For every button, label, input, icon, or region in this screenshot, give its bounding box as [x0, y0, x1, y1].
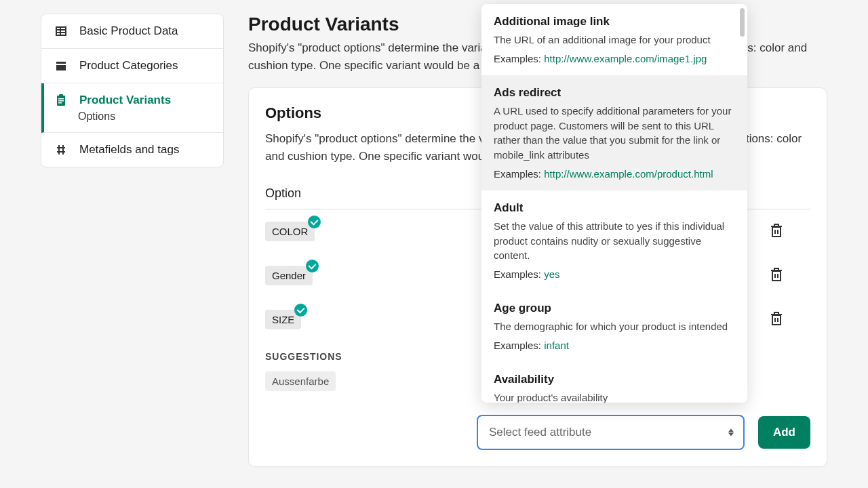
check-icon — [294, 304, 307, 317]
dropdown-item-title: Ads redirect — [494, 86, 735, 100]
nav-sublabel: Options — [78, 110, 115, 123]
dropdown-item-title: Additional image link — [494, 15, 735, 28]
check-icon — [308, 216, 321, 228]
delete-button[interactable] — [770, 317, 783, 328]
dropdown-item[interactable]: Age groupThe demographic for which your … — [481, 291, 747, 362]
dropdown-item-desc: Set the value of this attribute to yes i… — [494, 219, 735, 263]
add-row: Select feed attribute Add — [477, 415, 810, 450]
sidebar: Basic Product Data Product Categories Pr… — [41, 14, 224, 167]
hash-icon — [54, 142, 68, 157]
svg-rect-23 — [772, 271, 781, 281]
option-chip-color[interactable]: COLOR — [265, 222, 315, 241]
dropdown-item[interactable]: Ads redirectA URL used to specify additi… — [481, 75, 747, 190]
dropdown-item-title: Adult — [494, 201, 735, 215]
svg-rect-18 — [772, 227, 781, 237]
delete-button[interactable] — [770, 228, 783, 240]
dropdown-item-desc: The demographic for which your product i… — [494, 319, 735, 334]
dropdown-item[interactable]: Additional image linkThe URL of an addit… — [481, 4, 747, 75]
svg-rect-12 — [58, 100, 64, 102]
svg-rect-8 — [56, 65, 66, 70]
svg-rect-13 — [58, 102, 62, 104]
feed-attribute-select[interactable]: Select feed attribute — [477, 415, 745, 450]
nav-metafields-tags[interactable]: Metafields and tags — [41, 133, 223, 167]
dropdown-item-example: Examples: yes — [494, 268, 735, 280]
attribute-dropdown: Additional image linkThe URL of an addit… — [481, 4, 747, 403]
dropdown-item[interactable]: AvailabilityYour product's availabilityE… — [481, 362, 747, 403]
svg-rect-22 — [774, 224, 778, 226]
svg-rect-32 — [774, 312, 778, 314]
dropdown-item-example: Examples: infant — [494, 340, 735, 351]
svg-rect-4 — [61, 28, 65, 29]
dropdown-item-title: Age group — [494, 302, 735, 315]
svg-rect-10 — [59, 94, 63, 97]
dropdown-item-desc: Your product's availability — [494, 390, 735, 403]
delete-button[interactable] — [770, 272, 783, 284]
option-chip-size[interactable]: SIZE — [265, 310, 301, 329]
nav-label: Product Categories — [79, 59, 178, 73]
dropdown-item[interactable]: AdultSet the value of this attribute to … — [481, 190, 747, 291]
svg-rect-11 — [58, 98, 64, 100]
svg-rect-3 — [57, 33, 60, 35]
svg-rect-27 — [774, 268, 778, 270]
dropdown-item-title: Availability — [494, 373, 735, 386]
svg-rect-2 — [57, 30, 60, 32]
nav-basic-product-data[interactable]: Basic Product Data — [41, 14, 223, 49]
dropdown-item-desc: A URL used to specify additional paramet… — [494, 104, 735, 163]
list-icon — [54, 24, 68, 39]
svg-rect-6 — [61, 33, 65, 35]
sort-icon — [728, 429, 734, 436]
add-button[interactable]: Add — [758, 416, 810, 449]
option-chip-gender[interactable]: Gender — [265, 266, 313, 285]
svg-rect-28 — [772, 315, 781, 325]
suggestion-chip[interactable]: Aussenfarbe — [265, 371, 336, 391]
stack-icon — [54, 58, 68, 73]
svg-rect-7 — [56, 62, 66, 64]
nav-label: Metafields and tags — [79, 143, 179, 157]
dropdown-item-example: Examples: http://www.example.com/product… — [494, 168, 735, 180]
clipboard-icon — [54, 93, 68, 108]
svg-rect-5 — [61, 30, 65, 32]
svg-rect-1 — [57, 28, 60, 29]
main-content: Product Variants Shopify's "product opti… — [248, 14, 827, 467]
nav-product-categories[interactable]: Product Categories — [41, 49, 223, 83]
scrollbar[interactable] — [740, 8, 745, 37]
nav-label: Basic Product Data — [79, 24, 178, 38]
dropdown-item-example: Examples: http://www.example.com/image1.… — [494, 53, 735, 64]
dropdown-item-desc: The URL of an additional image for your … — [494, 33, 735, 47]
check-icon — [306, 260, 319, 272]
nav-product-variants[interactable]: Product Variants Options — [41, 83, 223, 133]
nav-label: Product Variants — [79, 94, 171, 107]
